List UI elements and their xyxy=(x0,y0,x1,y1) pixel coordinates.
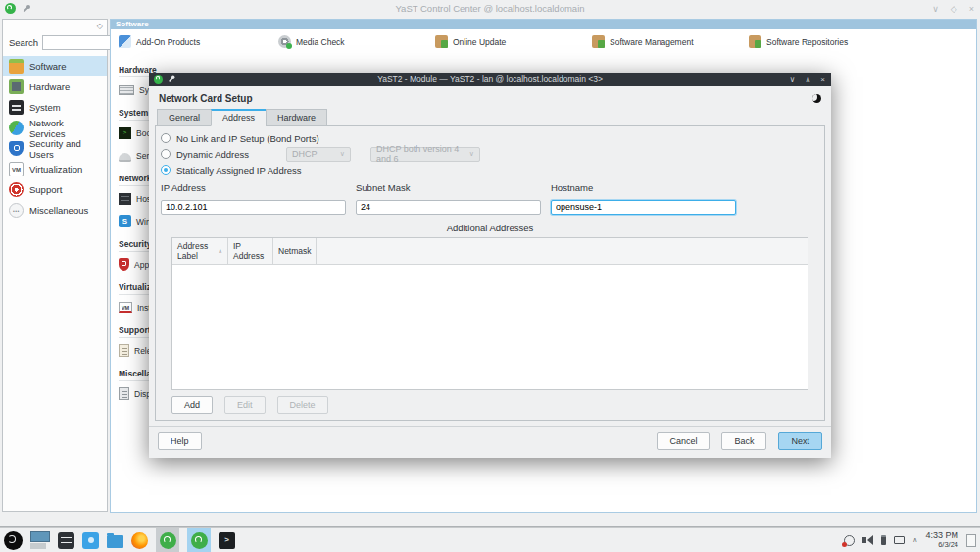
sidebar-item-support[interactable]: Support xyxy=(3,179,107,200)
sidebar-item-software[interactable]: Software xyxy=(3,56,107,76)
restore-icon[interactable]: ∧ xyxy=(805,75,810,84)
close-icon[interactable]: × xyxy=(820,75,825,84)
virtual-desktop-pager[interactable] xyxy=(30,531,50,550)
log-file-icon xyxy=(119,387,129,400)
tab-general[interactable]: General xyxy=(157,109,211,125)
sidebar-item-label: Security and Users xyxy=(29,138,101,160)
radio-static-address[interactable]: Statically Assigned IP Address xyxy=(161,162,819,177)
display-tray-icon[interactable] xyxy=(894,536,905,544)
next-button[interactable]: Next xyxy=(778,432,822,450)
group-header-software: Software xyxy=(111,20,976,29)
cancel-button[interactable]: Cancel xyxy=(657,432,710,450)
dark-mode-moon-icon[interactable] xyxy=(812,94,821,103)
module-media-check[interactable]: Media Check xyxy=(278,35,345,48)
module-label: Add-On Products xyxy=(136,37,200,47)
konsole-icon[interactable]: > xyxy=(219,532,235,549)
network-card-setup-dialog: YaST2 - Module — YaST2 - lan @ localhost… xyxy=(149,73,831,458)
disc-check-icon xyxy=(278,35,291,48)
package-management-icon xyxy=(592,35,605,48)
terminal-icon: > xyxy=(119,127,131,139)
sidebar-item-virtualization[interactable]: VM Virtualization xyxy=(3,159,107,179)
addon-package-icon xyxy=(119,35,131,48)
column-header-address-label[interactable]: Address Label ∧ xyxy=(172,238,228,264)
radio-icon[interactable] xyxy=(161,133,171,143)
system-icon xyxy=(9,100,24,115)
table-body-empty[interactable] xyxy=(172,265,808,390)
module-software-repositories[interactable]: Software Repositories xyxy=(749,35,848,48)
bell-icon xyxy=(119,153,131,162)
task-yast2-module[interactable] xyxy=(187,528,211,552)
additional-addresses-title: Additional Addresses xyxy=(161,223,819,233)
sort-asc-icon: ∧ xyxy=(219,247,222,254)
task-yast-control-center[interactable] xyxy=(156,528,179,552)
lifebuoy-icon xyxy=(9,182,24,197)
delete-button: Delete xyxy=(277,396,328,414)
search-label: Search xyxy=(9,37,38,48)
show-desktop-button[interactable] xyxy=(966,534,976,547)
add-button[interactable]: Add xyxy=(172,396,213,414)
hardware-icon xyxy=(9,79,24,94)
column-header-netmask[interactable]: Netmask xyxy=(273,238,317,264)
search-input[interactable] xyxy=(42,35,113,50)
sidebar-item-hardware[interactable]: Hardware xyxy=(3,76,107,97)
sidebar-item-security-users[interactable]: Security and Users xyxy=(3,138,107,159)
radio-dynamic-address[interactable]: Dynamic Address DHCP ∨ DHCP both version… xyxy=(161,146,819,162)
tab-address[interactable]: Address xyxy=(211,109,266,126)
radio-icon[interactable] xyxy=(161,149,171,159)
chevron-down-icon: ∨ xyxy=(340,150,345,158)
maximize-icon[interactable]: ◇ xyxy=(951,4,957,14)
dialog-title: YaST2 - Module — YaST2 - lan @ localhost… xyxy=(149,75,831,84)
application-launcher-icon[interactable] xyxy=(4,531,23,550)
module-online-update[interactable]: Online Update xyxy=(435,35,506,48)
sidebar-config-icon[interactable]: ◇ xyxy=(97,22,103,30)
column-header-ip-address[interactable]: IP Address xyxy=(228,238,273,264)
taskbar: > ∧ 4:33 PM 6/3/24 xyxy=(0,527,980,552)
minimize-icon[interactable]: ∨ xyxy=(932,4,939,14)
module-software-management[interactable]: Software Management xyxy=(592,35,694,48)
module-label: Online Update xyxy=(453,37,506,47)
dhcp-mode-select[interactable]: DHCP ∨ xyxy=(286,147,351,162)
dhcp-version-select[interactable]: DHCP both version 4 and 6 ∨ xyxy=(370,147,480,162)
red-shield-icon xyxy=(119,258,129,271)
server-icon xyxy=(119,193,131,205)
sidebar-item-system[interactable]: System xyxy=(3,97,107,118)
main-window-title: YaST Control Center @ localhost.localdom… xyxy=(0,3,980,14)
radio-label: Dynamic Address xyxy=(176,149,249,160)
back-button[interactable]: Back xyxy=(721,432,766,450)
edit-button: Edit xyxy=(224,396,266,414)
radio-icon-checked[interactable] xyxy=(161,165,171,175)
clock-date: 6/3/24 xyxy=(925,541,958,549)
updates-tray-icon[interactable] xyxy=(844,535,855,546)
discover-store-icon[interactable] xyxy=(82,532,99,549)
clipboard-tray-icon[interactable] xyxy=(881,535,886,545)
sidebar-item-label: Software xyxy=(29,61,67,72)
close-icon[interactable]: × xyxy=(969,4,974,14)
dialog-titlebar[interactable]: YaST2 - Module — YaST2 - lan @ localhost… xyxy=(149,73,831,86)
sidebar-item-label: Virtualization xyxy=(29,164,82,175)
help-button[interactable]: Help xyxy=(158,432,202,450)
main-titlebar[interactable]: YaST Control Center @ localhost.localdom… xyxy=(0,0,980,17)
tab-hardware[interactable]: Hardware xyxy=(266,109,327,125)
vm-box-icon: VM xyxy=(119,302,132,313)
firefox-icon[interactable] xyxy=(131,532,148,549)
system-settings-icon[interactable] xyxy=(58,532,74,549)
sidebar-item-network-services[interactable]: Network Services xyxy=(3,118,107,138)
volume-icon[interactable] xyxy=(862,535,873,545)
dots-icon: ••• xyxy=(9,203,24,218)
minimize-icon[interactable]: ∨ xyxy=(790,75,796,84)
digital-clock[interactable]: 4:33 PM 6/3/24 xyxy=(925,531,958,548)
radio-label: Statically Assigned IP Address xyxy=(176,165,302,176)
vm-icon: VM xyxy=(9,162,24,176)
hostname-field[interactable] xyxy=(551,200,736,215)
subnet-mask-field[interactable] xyxy=(356,200,541,215)
file-manager-icon[interactable] xyxy=(107,535,123,548)
expand-tray-icon[interactable]: ∧ xyxy=(912,536,917,544)
ip-address-field[interactable] xyxy=(161,200,346,215)
sidebar-item-miscellaneous[interactable]: ••• Miscellaneous xyxy=(3,200,107,221)
module-label: Software Repositories xyxy=(766,37,848,47)
page-title: Network Card Setup xyxy=(159,93,253,104)
radio-no-link[interactable]: No Link and IP Setup (Bond Ports) xyxy=(161,130,819,146)
chevron-down-icon: ∨ xyxy=(469,150,474,158)
document-icon xyxy=(119,344,129,357)
module-add-on-products[interactable]: Add-On Products xyxy=(119,35,200,48)
